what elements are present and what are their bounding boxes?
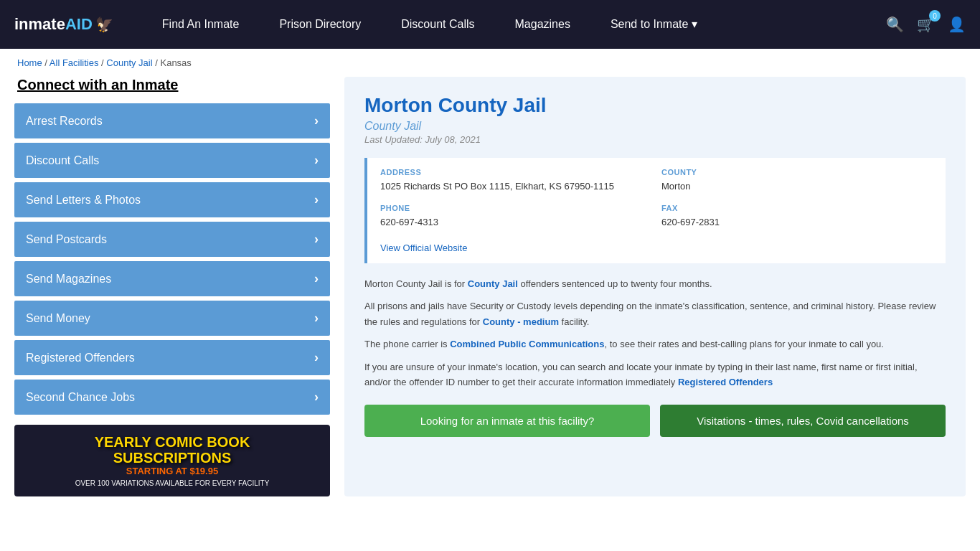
registered-offenders-link[interactable]: Registered Offenders: [678, 377, 773, 387]
desc4: If you are unsure of your inmate's locat…: [364, 359, 946, 390]
phone-value: 620-697-4313: [380, 215, 651, 230]
county-jail-link[interactable]: County Jail: [468, 278, 518, 289]
arrow-icon: ›: [314, 390, 319, 405]
fax-value: 620-697-2831: [661, 215, 933, 230]
facility-type: County Jail: [364, 120, 946, 133]
ad-subtitle: STARTING AT $19.95: [75, 466, 270, 476]
county-value: Morton: [661, 179, 933, 194]
arrow-icon: ›: [314, 153, 319, 168]
facility-content: Morton County Jail County Jail Last Upda…: [344, 77, 966, 496]
nav-discount-calls[interactable]: Discount Calls: [381, 0, 494, 49]
main-container: Connect with an Inmate Arrest Records › …: [0, 77, 980, 518]
logo-inmate: inmate: [14, 15, 65, 33]
ad-sub2: OVER 100 VARIATIONS AVAILABLE FOR EVERY …: [75, 479, 270, 487]
sidebar-title: Connect with an Inmate: [14, 77, 330, 93]
visitations-button[interactable]: Visitations - times, rules, Covid cancel…: [660, 405, 946, 437]
breadcrumb-county-jail[interactable]: County Jail: [106, 57, 152, 68]
cart-button[interactable]: 🛒 0: [917, 16, 935, 33]
sidebar-item-discount-calls[interactable]: Discount Calls ›: [14, 143, 330, 178]
breadcrumb-state: Kansas: [160, 57, 191, 68]
sidebar-advertisement[interactable]: YEARLY COMIC BOOKSUBSCRIPTIONS STARTING …: [14, 425, 330, 496]
sidebar-item-send-letters[interactable]: Send Letters & Photos ›: [14, 182, 330, 217]
nav-find-an-inmate[interactable]: Find An Inmate: [142, 0, 260, 49]
phone-carrier-link[interactable]: Combined Public Communications: [450, 339, 604, 349]
view-official-website-link[interactable]: View Official Website: [380, 242, 467, 253]
breadcrumb-home[interactable]: Home: [17, 57, 42, 68]
arrow-icon: ›: [314, 271, 319, 286]
nav-send-to-inmate[interactable]: Send to Inmate ▾: [590, 0, 717, 49]
sidebar-item-arrest-records[interactable]: Arrest Records ›: [14, 103, 330, 138]
address-section: ADDRESS 1025 Richards St PO Box 1115, El…: [380, 168, 651, 194]
logo[interactable]: inmateAID🦅: [14, 15, 113, 34]
action-buttons: Looking for an inmate at this facility? …: [364, 405, 946, 437]
phone-label: PHONE: [380, 204, 651, 212]
ad-title: YEARLY COMIC BOOKSUBSCRIPTIONS: [75, 434, 270, 466]
sidebar-item-registered-offenders[interactable]: Registered Offenders ›: [14, 340, 330, 375]
county-medium-link[interactable]: County - medium: [483, 316, 559, 327]
cart-count: 0: [929, 10, 941, 22]
fax-section: FAX 620-697-2831: [661, 204, 933, 230]
arrow-icon: ›: [314, 350, 319, 365]
nav-magazines[interactable]: Magazines: [495, 0, 590, 49]
sidebar-item-send-postcards[interactable]: Send Postcards ›: [14, 222, 330, 257]
fax-label: FAX: [661, 204, 933, 212]
sidebar-item-send-money[interactable]: Send Money ›: [14, 301, 330, 336]
breadcrumb-all-facilities[interactable]: All Facilities: [50, 57, 99, 68]
looking-for-inmate-button[interactable]: Looking for an inmate at this facility?: [364, 405, 650, 437]
arrow-icon: ›: [314, 311, 319, 326]
nav-links: Find An Inmate Prison Directory Discount…: [142, 0, 886, 49]
user-account-button[interactable]: 👤: [948, 16, 966, 33]
website-section: View Official Website: [380, 242, 933, 253]
desc3: The phone carrier is Combined Public Com…: [364, 336, 946, 352]
address-label: ADDRESS: [380, 168, 651, 176]
arrow-icon: ›: [314, 192, 319, 207]
sidebar-item-send-magazines[interactable]: Send Magazines ›: [14, 261, 330, 296]
navigation: inmateAID🦅 Find An Inmate Prison Directo…: [0, 0, 980, 49]
logo-aid: AID: [65, 15, 93, 33]
sidebar-item-second-chance-jobs[interactable]: Second Chance Jobs ›: [14, 380, 330, 415]
arrow-icon: ›: [314, 113, 319, 128]
breadcrumb: Home / All Facilities / County Jail / Ka…: [0, 49, 980, 77]
sidebar: Connect with an Inmate Arrest Records › …: [14, 77, 330, 496]
search-button[interactable]: 🔍: [886, 16, 904, 33]
address-value: 1025 Richards St PO Box 1115, Elkhart, K…: [380, 179, 651, 194]
desc1: Morton County Jail is for County Jail of…: [364, 276, 946, 291]
facility-info-box: ADDRESS 1025 Richards St PO Box 1115, El…: [364, 158, 946, 263]
arrow-icon: ›: [314, 232, 319, 247]
nav-right: 🔍 🛒 0 👤: [886, 16, 966, 33]
county-label: COUNTY: [661, 168, 933, 176]
desc2: All prisons and jails have Security or C…: [364, 298, 946, 329]
county-section: COUNTY Morton: [661, 168, 933, 194]
phone-section: PHONE 620-697-4313: [380, 204, 651, 230]
facility-updated: Last Updated: July 08, 2021: [364, 134, 946, 145]
facility-name: Morton County Jail: [364, 94, 946, 117]
nav-prison-directory[interactable]: Prison Directory: [259, 0, 381, 49]
